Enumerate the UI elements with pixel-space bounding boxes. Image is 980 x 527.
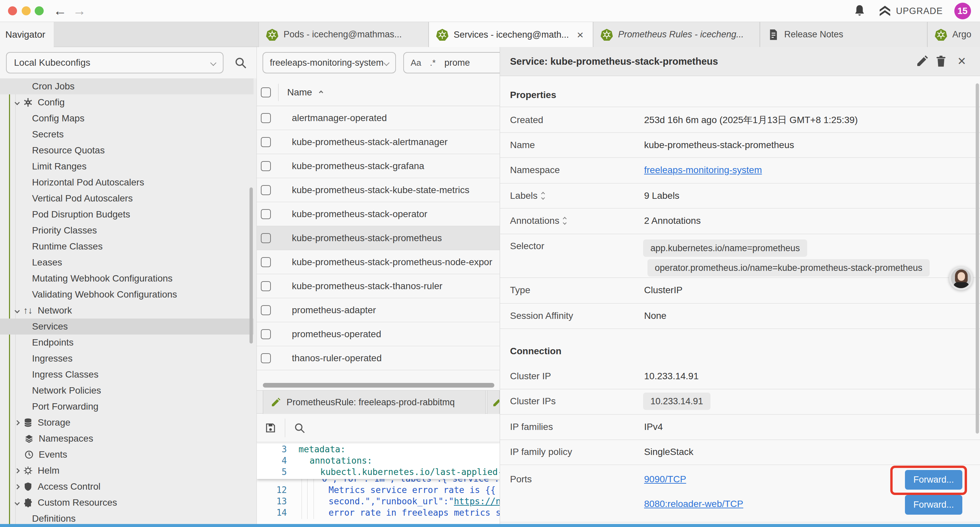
chevron-down-icon[interactable] (15, 500, 20, 505)
regex-toggle[interactable]: .* (430, 58, 436, 68)
maximize-window-button[interactable] (35, 6, 44, 15)
chevron-right-icon[interactable] (15, 468, 20, 473)
code-link[interactable]: https://net (454, 496, 500, 506)
table-search-input[interactable]: Aa .* prome (403, 52, 500, 73)
sidebar-item-horizontal-pod-autoscalers[interactable]: Horizontal Pod Autoscalers (0, 174, 253, 191)
port-link[interactable]: 8080:reloader-web/TCP (644, 497, 743, 511)
sidebar-item-resource-quotas[interactable]: Resource Quotas (0, 142, 253, 158)
save-icon[interactable] (264, 422, 277, 434)
annotations-value[interactable]: 2 Annotations (644, 214, 701, 228)
expand-collapse-icon[interactable] (563, 218, 566, 224)
table-row[interactable]: thanos-ruler-operated (257, 346, 500, 370)
upgrade-button[interactable]: UPGRADE (878, 4, 943, 18)
chevron-right-icon[interactable] (15, 484, 20, 489)
table-row[interactable]: prometheus-adapter (257, 298, 500, 322)
sidebar-item-pod-disruption-budgets[interactable]: Pod Disruption Budgets (0, 207, 253, 223)
row-checkbox[interactable] (261, 161, 271, 171)
notification-count-badge[interactable]: 15 (954, 3, 971, 19)
sidebar-item-secrets[interactable]: Secrets (0, 126, 253, 142)
table-row[interactable]: prometheus-operated (257, 322, 500, 346)
match-case-toggle[interactable]: Aa (410, 58, 421, 68)
table-row[interactable]: kube-prometheus-stack-grafana (257, 154, 500, 178)
sidebar-item-events[interactable]: Events (0, 447, 253, 463)
detail-scrollbar[interactable] (976, 83, 979, 434)
namespace-link[interactable]: freeleaps-monitoring-system (644, 164, 762, 177)
chevron-down-icon[interactable] (15, 100, 20, 105)
sidebar-item-cron-jobs[interactable]: Cron Jobs (0, 78, 253, 94)
editor-tab-partial[interactable] (487, 390, 500, 414)
horizontal-scrollbar[interactable] (263, 383, 494, 388)
row-checkbox[interactable] (261, 257, 271, 267)
namespace-filter-select[interactable]: freeleaps-monitoring-system (262, 52, 396, 73)
yaml-editor[interactable]: 0","for":"1m","labels":{"service": 12 Me… (257, 444, 500, 527)
row-checkbox[interactable] (261, 329, 271, 339)
navigator-panel-tab[interactable]: Navigator (0, 22, 54, 47)
editor-tab-prometheusrule[interactable]: PrometheusRule: freeleaps-prod-rabbitmq (263, 390, 486, 414)
kubeconfig-select[interactable]: Local Kubeconfigs (6, 52, 223, 73)
close-tab-icon[interactable]: × (577, 29, 584, 40)
name-column-header[interactable]: Name (287, 87, 312, 98)
sidebar-item-priority-classes[interactable]: Priority Classes (0, 223, 253, 239)
table-row[interactable]: kube-prometheus-stack-alertmanager (257, 130, 500, 154)
tab-release-notes[interactable]: Release Notes (760, 22, 927, 47)
sidebar-item-namespaces[interactable]: Namespaces (0, 431, 253, 447)
sidebar-item-limit-ranges[interactable]: Limit Ranges (0, 158, 253, 174)
labels-value[interactable]: 9 Labels (644, 189, 679, 202)
minimize-window-button[interactable] (22, 6, 31, 15)
sidebar-item-config-maps[interactable]: Config Maps (0, 110, 253, 126)
sidebar-scrollbar[interactable] (250, 188, 253, 344)
sidebar-item-network[interactable]: ↑↓ Network (0, 303, 253, 318)
sidebar-item-access-control[interactable]: Access Control (0, 479, 253, 495)
sidebar-item-runtime-classes[interactable]: Runtime Classes (0, 239, 253, 255)
expand-collapse-icon[interactable] (542, 193, 544, 199)
sidebar-item-config[interactable]: Config (0, 94, 253, 110)
select-all-checkbox[interactable] (261, 88, 271, 97)
sidebar-item-mutating-webhook-configurations[interactable]: Mutating Webhook Configurations (0, 271, 253, 287)
back-arrow-icon[interactable]: ← (53, 3, 67, 19)
sidebar-item-endpoints[interactable]: Endpoints (0, 334, 253, 350)
row-checkbox[interactable] (261, 353, 271, 363)
row-checkbox[interactable] (261, 137, 271, 147)
port-link[interactable]: 9090/TCP (644, 473, 686, 486)
table-row[interactable]: kube-prometheus-stack-operator (257, 202, 500, 226)
sidebar-search-icon[interactable] (234, 56, 248, 70)
forward-port-button[interactable]: Forward... (905, 495, 963, 515)
sidebar-item-leases[interactable]: Leases (0, 255, 253, 271)
chevron-right-icon[interactable] (15, 420, 20, 425)
row-checkbox[interactable] (261, 113, 271, 123)
close-panel-icon[interactable]: × (958, 52, 966, 70)
forward-arrow-icon[interactable]: → (73, 3, 86, 19)
row-checkbox[interactable] (261, 185, 271, 195)
chevron-down-icon[interactable] (15, 308, 20, 313)
sidebar-item-helm[interactable]: Helm (0, 463, 253, 479)
sidebar-item-ingresses[interactable]: Ingresses (0, 350, 253, 366)
row-checkbox[interactable] (261, 233, 271, 243)
avatar[interactable] (949, 266, 973, 290)
sidebar-item-ingress-classes[interactable]: Ingress Classes (0, 366, 253, 382)
sidebar-item-services[interactable]: Services (0, 318, 253, 334)
editor-search-icon[interactable] (293, 422, 306, 434)
close-window-button[interactable] (8, 6, 17, 15)
tab-prometheus-rules[interactable]: Prometheus Rules - icecheng... (593, 22, 760, 47)
sidebar-item-storage[interactable]: Storage (0, 415, 253, 431)
sidebar-item-vertical-pod-autoscalers[interactable]: Vertical Pod Autoscalers (0, 191, 253, 207)
tab-services[interactable]: Services - icecheng@math... × (429, 22, 593, 47)
sort-ascending-icon[interactable] (319, 91, 323, 95)
tab-pods[interactable]: Pods - icecheng@mathmas... (259, 22, 429, 47)
table-row[interactable]: kube-prometheus-stack-kube-state-metrics (257, 178, 500, 202)
notification-bell-icon[interactable] (853, 4, 867, 18)
edit-pencil-icon[interactable] (916, 54, 929, 68)
table-row[interactable]: kube-prometheus-stack-thanos-ruler (257, 274, 500, 298)
row-checkbox[interactable] (261, 305, 271, 315)
table-row-selected[interactable]: kube-prometheus-stack-prometheus (257, 226, 500, 250)
sidebar-item-network-policies[interactable]: Network Policies (0, 382, 253, 399)
delete-trash-icon[interactable] (934, 54, 948, 68)
table-row[interactable]: kube-prometheus-stack-prometheus-node-ex… (257, 250, 500, 274)
tab-argo[interactable]: Argo Se (927, 22, 980, 47)
row-checkbox[interactable] (261, 209, 271, 219)
sidebar-item-validating-webhook-configurations[interactable]: Validating Webhook Configurations (0, 287, 253, 303)
sidebar-item-port-forwarding[interactable]: Port Forwarding (0, 399, 253, 415)
sidebar-item-custom-resources[interactable]: Custom Resources (0, 495, 253, 511)
row-checkbox[interactable] (261, 281, 271, 291)
table-row[interactable]: alertmanager-operated (257, 106, 500, 130)
